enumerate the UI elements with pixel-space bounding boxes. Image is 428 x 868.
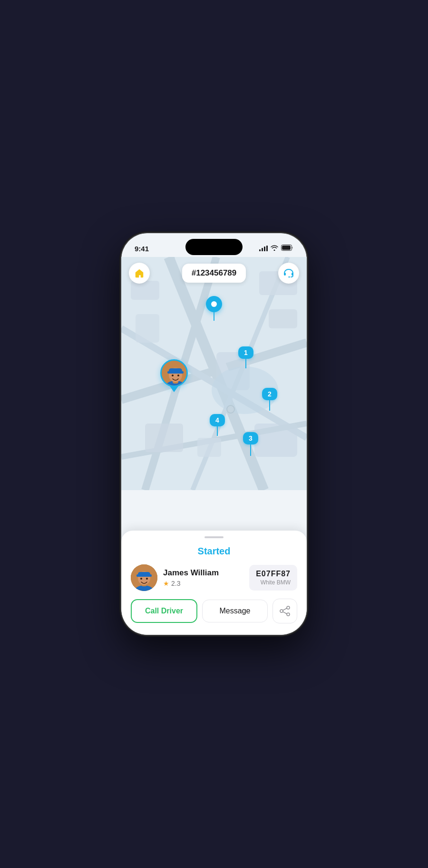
vehicle-desc: White BMW [256, 579, 291, 586]
svg-line-44 [283, 608, 287, 611]
call-driver-button[interactable]: Call Driver [131, 599, 197, 623]
sheet-handle [204, 536, 224, 538]
driver-avatar [131, 564, 157, 591]
rating-value: 2.3 [171, 580, 180, 587]
status-label: Started [131, 546, 297, 557]
svg-rect-21 [284, 273, 286, 276]
svg-point-40 [287, 606, 290, 609]
map-marker-3: 3 [243, 432, 258, 456]
svg-point-38 [140, 578, 142, 580]
driver-avatar-svg [162, 361, 188, 387]
svg-rect-11 [131, 281, 159, 300]
plate-number: E07FF87 [256, 570, 291, 578]
star-icon: ★ [163, 580, 169, 587]
svg-rect-16 [145, 424, 183, 452]
svg-point-31 [177, 375, 179, 376]
home-button[interactable] [129, 263, 150, 284]
location-dot-marker [206, 296, 222, 321]
svg-rect-29 [167, 371, 184, 374]
signal-icon [259, 246, 268, 251]
message-button[interactable]: Message [202, 600, 268, 622]
map-background [121, 257, 307, 490]
driver-name: James William [163, 568, 219, 578]
map-marker-1: 1 [238, 346, 253, 368]
svg-point-20 [227, 405, 234, 413]
svg-point-42 [287, 613, 290, 616]
dynamic-island [185, 239, 243, 255]
support-button[interactable] [278, 263, 299, 284]
rating-row: ★ 2.3 [163, 580, 219, 587]
svg-line-43 [283, 612, 287, 614]
wifi-icon [271, 245, 278, 252]
bottom-sheet: Started [121, 531, 307, 635]
vehicle-badge: E07FF87 White BMW [249, 565, 297, 591]
driver-info-avatar-svg [131, 564, 157, 591]
order-id: #123456789 [182, 264, 246, 283]
svg-rect-14 [269, 309, 297, 328]
driver-info-row: James William ★ 2.3 E07FF87 White BMW [131, 564, 297, 591]
map-marker-4: 4 [210, 414, 225, 436]
status-icons [259, 245, 293, 252]
map-marker-2: 2 [262, 388, 277, 411]
svg-point-41 [280, 610, 283, 612]
map-container: #123456789 [121, 257, 307, 490]
svg-rect-37 [136, 574, 152, 577]
share-icon [280, 606, 290, 616]
driver-name-rating: James William ★ 2.3 [163, 568, 219, 587]
phone-frame: 9:41 [121, 233, 307, 635]
svg-rect-12 [136, 314, 159, 343]
status-time: 9:41 [135, 245, 149, 253]
battery-icon [281, 245, 293, 252]
svg-point-23 [288, 276, 290, 278]
svg-rect-18 [197, 438, 221, 457]
svg-point-39 [146, 578, 148, 580]
action-buttons: Call Driver Message [131, 599, 297, 623]
share-button[interactable] [272, 599, 297, 623]
svg-rect-1 [282, 246, 291, 250]
driver-map-marker [160, 359, 188, 392]
svg-point-30 [172, 375, 174, 376]
phone-screen: 9:41 [121, 233, 307, 635]
svg-rect-17 [254, 424, 297, 457]
map-top-bar: #123456789 [121, 263, 307, 284]
driver-left: James William ★ 2.3 [131, 564, 219, 591]
